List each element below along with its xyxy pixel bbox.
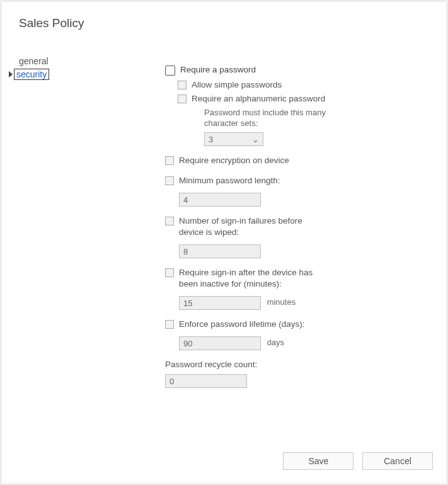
caret-right-icon	[9, 71, 13, 77]
sidebar-item-general[interactable]: general	[14, 55, 89, 67]
cancel-button[interactable]: Cancel	[362, 452, 433, 470]
label-recycle: Password recycle count:	[165, 359, 304, 370]
row-lifetime: Enforce password lifetime (days): days	[165, 319, 379, 350]
row-require-encryption: Require encryption on device	[165, 155, 379, 166]
row-inactive: Require sign-in after the device has bee…	[165, 267, 379, 310]
row-allow-simple: Allow simple passwords	[178, 79, 379, 91]
checkbox-allow-simple[interactable]	[178, 81, 187, 89]
unit-inactive: minutes	[267, 297, 296, 307]
label-require-alnum: Require an alphanumeric password	[192, 93, 325, 105]
row-recycle: Password recycle count:	[165, 359, 379, 388]
select-charsets-value: 3	[209, 135, 213, 144]
label-min-length: Minimum password length:	[179, 175, 280, 186]
label-allow-simple: Allow simple passwords	[192, 79, 282, 91]
checkbox-require-password[interactable]	[165, 66, 175, 76]
button-bar: Save Cancel	[277, 452, 433, 470]
input-min-length[interactable]	[179, 193, 261, 207]
sidebar-item-security-wrap: security	[14, 69, 89, 80]
unit-lifetime: days	[267, 338, 284, 347]
checkbox-failures[interactable]	[165, 217, 174, 225]
chevron-down-icon: ⌄	[252, 135, 259, 144]
row-min-length: Minimum password length:	[165, 175, 379, 207]
input-recycle[interactable]	[165, 374, 247, 388]
select-charsets[interactable]: 3 ⌄	[204, 132, 263, 146]
security-form: Require a password Allow simple password…	[165, 64, 379, 388]
label-require-password: Require a password	[180, 64, 256, 76]
label-require-encryption: Require encryption on device	[179, 155, 289, 166]
page-title: Sales Policy	[19, 16, 447, 30]
row-require-password: Require a password	[165, 64, 379, 76]
input-lifetime[interactable]	[179, 336, 261, 350]
row-charsets: Password must include this many characte…	[190, 107, 379, 146]
checkbox-min-length[interactable]	[165, 176, 174, 185]
label-charsets: Password must include this many characte…	[204, 107, 336, 128]
checkbox-lifetime[interactable]	[165, 320, 174, 329]
row-require-alnum: Require an alphanumeric password	[178, 93, 379, 105]
checkbox-inactive[interactable]	[165, 268, 174, 277]
sidebar: general security	[14, 55, 89, 80]
policy-panel: Sales Policy general security Require a …	[1, 1, 447, 484]
input-failures[interactable]	[179, 244, 261, 258]
save-button[interactable]: Save	[283, 452, 353, 470]
label-lifetime: Enforce password lifetime (days):	[179, 319, 305, 330]
sidebar-item-security[interactable]: security	[14, 69, 49, 80]
label-inactive: Require sign-in after the device has bee…	[179, 267, 318, 290]
input-inactive[interactable]	[179, 296, 261, 310]
checkbox-require-encryption[interactable]	[165, 156, 174, 165]
checkbox-require-alnum[interactable]	[178, 94, 187, 103]
row-failures: Number of sign-in failures before device…	[165, 215, 379, 258]
label-failures: Number of sign-in failures before device…	[179, 215, 318, 238]
